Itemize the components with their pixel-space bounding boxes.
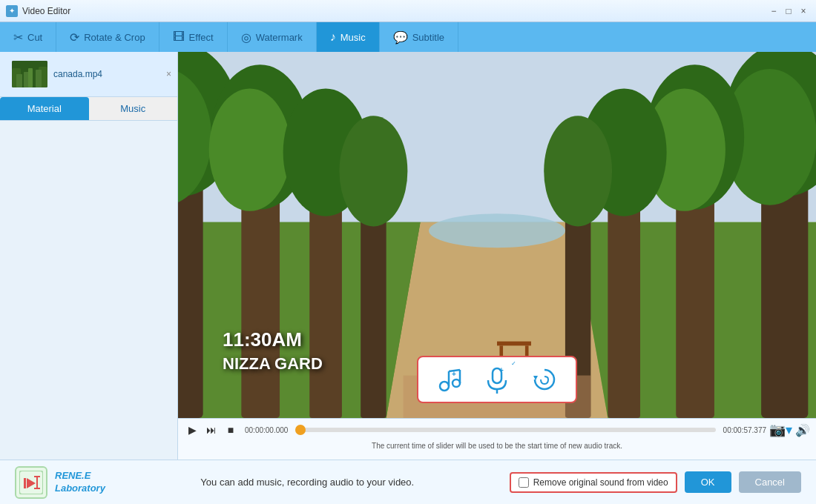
video-place-overlay: NIZZA GARD	[223, 354, 323, 374]
bottom-panel: RENE.E Laboratory You can add music, rec…	[0, 460, 816, 504]
sidebar-tabs: Material Music	[0, 97, 177, 121]
svg-point-35	[429, 213, 565, 248]
time-end: 00:00:57.377	[723, 426, 766, 434]
svg-point-37	[453, 379, 460, 387]
tab-effect-label: Effect	[189, 32, 214, 43]
svg-rect-32	[497, 342, 531, 346]
tab-effect[interactable]: 🎞 Effect	[159, 22, 228, 52]
step-forward-button[interactable]: ⏭	[203, 422, 220, 438]
tab-cut-label: Cut	[27, 32, 42, 43]
restore-button[interactable]: □	[782, 4, 795, 18]
title-bar-left: ✦ Video Editor	[6, 5, 70, 17]
video-time-overlay: 11:30AM	[223, 328, 302, 351]
close-file-button[interactable]: ×	[166, 69, 171, 79]
playback-bar: ▶ ⏭ ■ 00:00:00.000 00:00:57.377 📷▾ �	[178, 418, 816, 460]
screenshot-button[interactable]: 📷▾	[769, 422, 792, 438]
video-background: 11:30AM NIZZA GARD +	[178, 52, 816, 418]
logo-text: RENE.E Laboratory	[55, 470, 105, 495]
cut-icon: ✂	[13, 30, 23, 44]
window-controls: − □ ×	[767, 4, 810, 18]
svg-point-20	[339, 116, 407, 226]
remove-sound-label: Remove original sound from video	[533, 477, 668, 488]
remove-sound-checkbox[interactable]	[519, 477, 529, 488]
svg-point-16	[209, 88, 291, 210]
timeline-handle[interactable]	[295, 425, 306, 435]
timeline-hint: The current time of slider will be used …	[184, 440, 810, 451]
svg-text:+: +	[499, 366, 504, 374]
remove-sound-container: Remove original sound from video	[510, 472, 677, 493]
tab-cut[interactable]: ✂ Cut	[0, 22, 56, 52]
logo-line1: RENE.E	[55, 470, 105, 483]
tab-bar: ✂ Cut ⟳ Rotate & Crop 🎞 Effect ◎ Waterma…	[0, 22, 816, 52]
subtitle-icon: 💬	[393, 30, 408, 44]
music-icon: ♪	[330, 30, 336, 44]
svg-point-30	[544, 116, 612, 226]
close-button[interactable]: ×	[797, 4, 810, 18]
bottom-actions: Remove original sound from video OK Canc…	[510, 471, 801, 493]
minimize-button[interactable]: −	[767, 4, 780, 18]
video-area: 11:30AM NIZZA GARD +	[178, 52, 816, 418]
tab-rotate-label: Rotate & Crop	[84, 32, 145, 43]
record-badge: ✓	[511, 360, 516, 367]
app-title: Video Editor	[22, 6, 70, 16]
cancel-button[interactable]: Cancel	[739, 471, 801, 493]
svg-rect-5	[36, 70, 42, 87]
video-action-buttons: + + ✓	[417, 356, 577, 403]
svg-rect-47	[24, 478, 26, 488]
video-panel: 11:30AM NIZZA GARD +	[178, 52, 816, 460]
logo-icon	[15, 466, 47, 499]
tab-music[interactable]: ♪ Music	[317, 22, 380, 52]
add-music-button[interactable]: +	[433, 363, 466, 396]
bottom-logo-area: RENE.E Laboratory	[15, 466, 105, 499]
sidebar: canada.mp4 × Material Music	[0, 52, 178, 460]
stop-button[interactable]: ■	[223, 422, 239, 438]
volume-icon: 🔊	[795, 423, 810, 437]
svg-text:+: +	[452, 370, 456, 378]
sidebar-tab-material[interactable]: Material	[0, 97, 89, 120]
time-start: 00:00:00.000	[245, 426, 288, 434]
tab-watermark[interactable]: ◎ Watermark	[228, 22, 317, 52]
main-area: canada.mp4 × Material Music	[0, 52, 816, 460]
svg-rect-6	[28, 68, 33, 87]
watermark-icon: ◎	[241, 30, 251, 44]
file-thumbnail	[12, 61, 47, 87]
sidebar-content	[0, 121, 177, 460]
timeline-track[interactable]	[295, 428, 715, 432]
tab-watermark-label: Watermark	[256, 32, 303, 43]
play-button[interactable]: ▶	[184, 422, 200, 438]
logo-line2: Laboratory	[55, 483, 105, 495]
sidebar-tab-music[interactable]: Music	[89, 97, 178, 120]
title-bar: ✦ Video Editor − □ ×	[0, 0, 816, 22]
record-audio-button[interactable]: + ✓	[481, 363, 513, 396]
svg-rect-4	[16, 74, 22, 87]
replace-audio-button[interactable]	[528, 363, 561, 396]
file-name: canada.mp4	[53, 69, 166, 79]
app-icon: ✦	[6, 5, 18, 17]
tab-music-label: Music	[340, 32, 366, 43]
tab-subtitle[interactable]: 💬 Subtitle	[380, 22, 458, 52]
rotate-icon: ⟳	[70, 30, 79, 44]
svg-point-36	[440, 382, 449, 391]
info-text: You can add music, recording audio to yo…	[200, 477, 414, 488]
ok-button[interactable]: OK	[685, 471, 731, 493]
tab-rotate[interactable]: ⟳ Rotate & Crop	[56, 22, 159, 52]
effect-icon: 🎞	[173, 30, 185, 44]
tab-subtitle-label: Subtitle	[412, 32, 444, 43]
